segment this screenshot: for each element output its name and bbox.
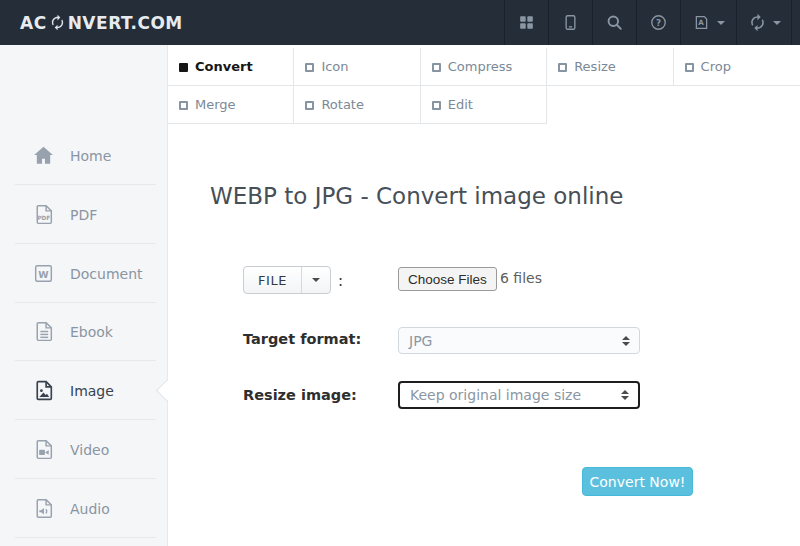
- mobile-button[interactable]: [548, 0, 592, 45]
- checkbox-empty-icon: [558, 63, 567, 72]
- chevron-down-icon: [717, 21, 725, 25]
- svg-text:W: W: [38, 269, 49, 280]
- apps-grid-button[interactable]: [504, 0, 548, 45]
- checkbox-empty-icon: [305, 63, 314, 72]
- top-header: AC NVERT.COM: [0, 0, 800, 45]
- sidebar-item-label: PDF: [70, 207, 97, 223]
- tab-convert[interactable]: Convert: [168, 48, 294, 86]
- files-count-text: 6 files: [500, 270, 542, 286]
- tab-merge[interactable]: Merge: [168, 86, 294, 124]
- category-tabs: Convert Icon Compress Resize Crop Merge …: [168, 48, 800, 124]
- mobile-icon: [561, 13, 580, 32]
- refresh-menu-button[interactable]: [736, 0, 792, 45]
- sidebar-item-image[interactable]: Image: [0, 361, 168, 420]
- refresh-icon: [748, 13, 767, 32]
- pdf-file-icon: PDF: [31, 202, 56, 227]
- file-row-separator: :: [338, 272, 343, 290]
- svg-text:?: ?: [656, 18, 661, 28]
- sidebar: Home PDF PDF W Document Ebook: [0, 45, 168, 546]
- sidebar-item-audio[interactable]: Audio: [0, 479, 168, 538]
- sidebar-item-label: Video: [70, 442, 109, 458]
- sidebar-item-home[interactable]: Home: [0, 126, 168, 185]
- aconvert-page: AC NVERT.COM: [0, 0, 800, 546]
- header-nav: ? A: [504, 0, 792, 45]
- tab-label: Resize: [574, 59, 616, 74]
- word-file-icon: W: [31, 261, 56, 286]
- help-icon: ?: [649, 13, 668, 32]
- file-source-label: FILE: [244, 267, 301, 293]
- search-button[interactable]: [592, 0, 636, 45]
- tab-row-1: Convert Icon Compress Resize Crop: [168, 48, 800, 86]
- resize-image-select[interactable]: Keep original image size: [398, 381, 640, 409]
- file-source-dropdown[interactable]: FILE: [243, 266, 331, 294]
- sidebar-item-video[interactable]: Video: [0, 420, 168, 479]
- tab-edit[interactable]: Edit: [421, 86, 547, 124]
- chevron-down-icon: [312, 278, 320, 282]
- search-icon: [605, 13, 624, 32]
- tab-label: Crop: [701, 59, 731, 74]
- audio-file-icon: [31, 496, 56, 521]
- tab-label: Icon: [321, 59, 348, 74]
- sidebar-item-label: Home: [70, 148, 111, 164]
- svg-text:A: A: [698, 18, 704, 27]
- tab-label: Compress: [448, 59, 513, 74]
- logo-text-suffix: NVERT.COM: [68, 13, 183, 33]
- video-file-icon: [31, 437, 56, 462]
- logo-text-prefix: AC: [20, 13, 47, 33]
- convert-now-button[interactable]: Convert Now!: [582, 467, 693, 496]
- image-file-icon: [31, 378, 56, 403]
- site-logo[interactable]: AC NVERT.COM: [0, 13, 183, 33]
- target-format-select[interactable]: JPG: [398, 327, 640, 354]
- tab-icon[interactable]: Icon: [294, 48, 420, 86]
- checkbox-empty-icon: [432, 101, 441, 110]
- tab-resize[interactable]: Resize: [547, 48, 673, 86]
- sidebar-item-pdf[interactable]: PDF PDF: [0, 185, 168, 244]
- tab-label: Edit: [448, 97, 473, 112]
- svg-text:PDF: PDF: [37, 215, 50, 221]
- select-arrows-icon: [621, 390, 629, 400]
- checkbox-empty-icon: [432, 63, 441, 72]
- sidebar-item-document[interactable]: W Document: [0, 244, 168, 303]
- tab-label: Convert: [195, 59, 253, 74]
- help-button[interactable]: ?: [636, 0, 680, 45]
- language-menu-button[interactable]: A: [680, 0, 736, 45]
- checkbox-empty-icon: [179, 101, 188, 110]
- ebook-file-icon: [31, 319, 56, 344]
- resize-image-value: Keep original image size: [400, 387, 581, 403]
- sidebar-item-label: Ebook: [70, 324, 113, 340]
- sync-icon: [49, 14, 66, 31]
- target-format-value: JPG: [399, 333, 432, 349]
- tab-row-2: Merge Rotate Edit: [168, 86, 800, 124]
- checkbox-empty-icon: [685, 63, 694, 72]
- tab-rotate[interactable]: Rotate: [294, 86, 420, 124]
- checkbox-filled-icon: [179, 63, 188, 72]
- sidebar-item-ebook[interactable]: Ebook: [0, 302, 168, 361]
- language-icon: A: [692, 13, 711, 32]
- page-title: WEBP to JPG - Convert image online: [210, 183, 623, 209]
- apps-grid-icon: [517, 13, 536, 32]
- file-source-caret-section[interactable]: [301, 267, 330, 293]
- sidebar-item-label: Image: [70, 383, 114, 399]
- checkbox-empty-icon: [305, 101, 314, 110]
- sidebar-item-label: Document: [70, 266, 143, 282]
- tab-compress[interactable]: Compress: [421, 48, 547, 86]
- tab-crop[interactable]: Crop: [674, 48, 800, 86]
- chevron-down-icon: [773, 21, 781, 25]
- select-arrows-icon: [622, 336, 630, 346]
- home-icon: [31, 143, 56, 168]
- tab-label: Merge: [195, 97, 236, 112]
- target-format-label: Target format:: [243, 331, 361, 347]
- choose-files-button[interactable]: Choose Files: [398, 267, 497, 291]
- sidebar-item-label: Audio: [70, 501, 110, 517]
- resize-image-label: Resize image:: [243, 387, 357, 403]
- tab-label: Rotate: [321, 97, 364, 112]
